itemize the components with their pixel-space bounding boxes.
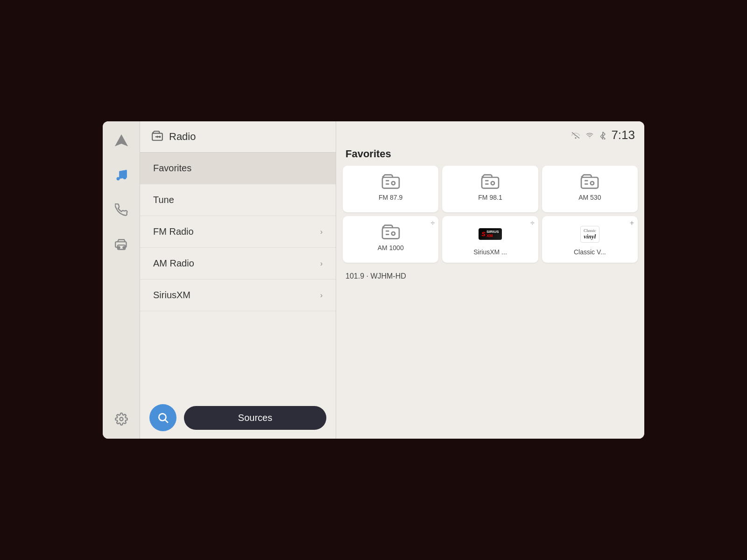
svg-marker-0 xyxy=(116,135,127,145)
panel-header: Radio xyxy=(140,121,336,153)
favorite-card-am530[interactable]: AM 530 xyxy=(542,166,638,212)
station-label: AM 530 xyxy=(578,194,601,201)
wifi-icon xyxy=(585,132,594,139)
phone-icon[interactable] xyxy=(111,200,132,220)
chevron-right-icon: › xyxy=(320,259,323,268)
svg-point-13 xyxy=(159,136,160,137)
svg-point-9 xyxy=(120,418,123,421)
add-favorite-icon[interactable]: ÷ xyxy=(530,219,535,227)
main-screen: Radio Favorites Tune FM Radio › AM Radio… xyxy=(103,121,644,439)
left-panel: Radio Favorites Tune FM Radio › AM Radio… xyxy=(140,121,336,439)
svg-point-8 xyxy=(123,247,125,249)
radio-icon xyxy=(381,173,401,190)
favorite-card-classic-vinyl[interactable]: + Classic vinyl Classic V... xyxy=(542,216,638,263)
svg-point-17 xyxy=(590,137,590,138)
menu-item-siriusxm[interactable]: SiriusXM › xyxy=(140,280,336,311)
car-icon[interactable] xyxy=(111,234,132,255)
music-icon[interactable] xyxy=(111,165,132,186)
add-favorite-icon[interactable]: ÷ xyxy=(431,219,435,227)
menu-list: Favorites Tune FM Radio › AM Radio › Sir… xyxy=(140,153,336,397)
navigation-icon[interactable] xyxy=(111,131,132,151)
menu-item-label: Tune xyxy=(153,195,174,205)
right-panel: 7:13 Favorites FM 87.9 xyxy=(336,121,644,439)
favorite-card-siriusxm[interactable]: ÷ S SIRIUS XM SiriusXM ... xyxy=(442,216,538,263)
menu-item-label: AM Radio xyxy=(153,258,194,269)
siriusxm-logo: S SIRIUS XM xyxy=(474,224,507,245)
time-display: 7:13 xyxy=(611,128,635,142)
menu-item-label: FM Radio xyxy=(153,226,194,237)
settings-icon[interactable] xyxy=(111,409,132,429)
svg-point-23 xyxy=(491,182,494,185)
chevron-right-icon: › xyxy=(320,291,323,300)
sidebar xyxy=(103,121,140,439)
station-label: SiriusXM ... xyxy=(473,248,507,256)
svg-point-31 xyxy=(391,232,395,235)
menu-item-label: Favorites xyxy=(153,163,191,174)
station-label: FM 87.9 xyxy=(379,194,402,201)
chevron-right-icon: › xyxy=(320,228,323,236)
favorite-card-fm879[interactable]: FM 87.9 xyxy=(343,166,438,212)
svg-rect-18 xyxy=(382,177,399,188)
favorite-card-am1000[interactable]: ÷ AM 1000 xyxy=(343,216,438,263)
menu-item-tune[interactable]: Tune xyxy=(140,184,336,216)
radio-icon xyxy=(381,224,401,240)
sources-button[interactable]: Sources xyxy=(184,406,326,430)
favorite-card-fm981[interactable]: FM 98.1 xyxy=(442,166,538,212)
svg-line-15 xyxy=(165,420,168,423)
favorites-title: Favorites xyxy=(336,146,644,166)
svg-rect-30 xyxy=(382,228,399,238)
station-label: AM 1000 xyxy=(378,244,404,252)
search-button[interactable] xyxy=(149,404,176,431)
bottom-controls: Sources xyxy=(140,397,336,439)
svg-point-19 xyxy=(391,182,395,185)
menu-item-am-radio[interactable]: AM Radio › xyxy=(140,248,336,280)
menu-item-favorites[interactable]: Favorites xyxy=(140,153,336,184)
panel-title: Radio xyxy=(169,131,196,143)
menu-item-label: SiriusXM xyxy=(153,290,190,301)
favorites-grid: FM 87.9 FM 98.1 xyxy=(336,166,644,267)
now-playing: 101.9 · WJHM-HD xyxy=(336,267,644,285)
svg-point-16 xyxy=(575,137,577,139)
svg-point-27 xyxy=(591,182,594,185)
station-label: FM 98.1 xyxy=(478,194,502,201)
signal-off-icon xyxy=(571,132,580,139)
add-favorite-icon[interactable]: + xyxy=(630,219,634,227)
radio-icon xyxy=(579,173,600,190)
svg-point-14 xyxy=(159,413,166,420)
bluetooth-icon xyxy=(599,131,606,140)
station-label: Classic V... xyxy=(574,248,606,256)
radio-header-icon xyxy=(151,130,163,144)
classic-vinyl-logo: Classic vinyl xyxy=(573,224,606,245)
status-bar: 7:13 xyxy=(571,128,635,142)
svg-rect-22 xyxy=(482,177,499,188)
svg-point-7 xyxy=(118,247,120,249)
right-header: 7:13 xyxy=(336,121,644,146)
svg-rect-26 xyxy=(581,177,598,188)
menu-item-fm-radio[interactable]: FM Radio › xyxy=(140,216,336,248)
radio-icon xyxy=(480,173,500,190)
